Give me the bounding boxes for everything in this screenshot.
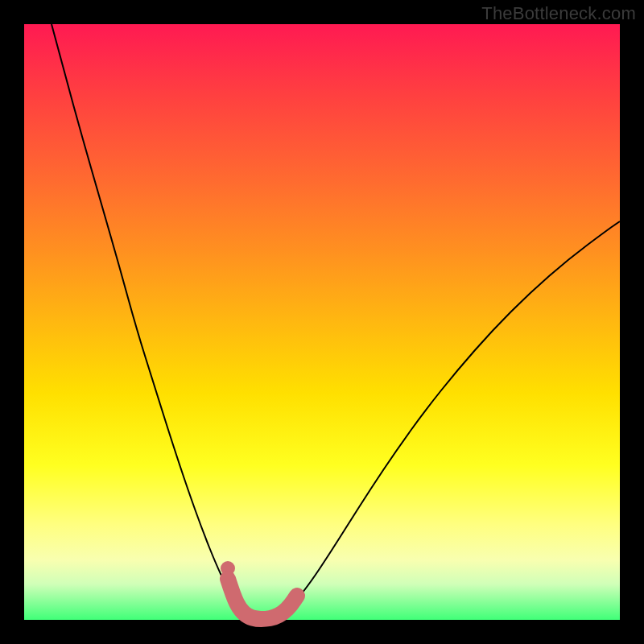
chart-plot-area (24, 24, 620, 620)
bottleneck-curve (52, 24, 620, 619)
watermark-text: TheBottleneck.com (481, 3, 636, 24)
highlight-segment (228, 579, 297, 619)
chart-svg (24, 24, 620, 620)
